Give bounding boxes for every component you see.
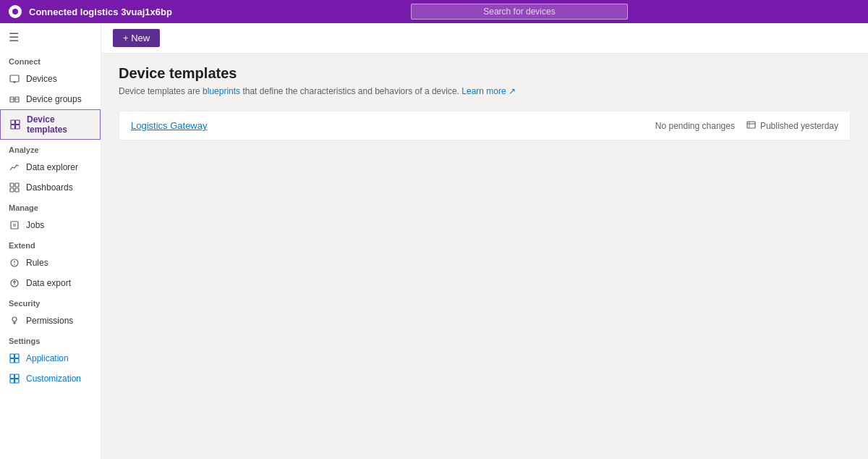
page-title: Device templates bbox=[119, 65, 851, 82]
section-security: Security bbox=[0, 293, 101, 311]
templates-icon bbox=[9, 119, 21, 130]
svg-point-22 bbox=[12, 317, 17, 321]
hamburger-menu[interactable]: ☰ bbox=[0, 23, 101, 51]
sidebar-item-label: Rules bbox=[26, 258, 48, 268]
section-analyze: Analyze bbox=[0, 140, 101, 157]
search-area bbox=[179, 4, 859, 20]
main-layout: ☰ Connect Devices Device groups bbox=[0, 23, 868, 459]
sidebar-item-label: Application bbox=[26, 353, 69, 363]
template-row: Logistics Gateway No pending changes Pub… bbox=[119, 111, 851, 140]
sidebar-item-application[interactable]: Application bbox=[0, 348, 101, 369]
svg-rect-6 bbox=[11, 120, 15, 125]
svg-rect-32 bbox=[15, 379, 20, 384]
page-description: Device templates are blueprints that def… bbox=[119, 86, 851, 96]
chart-icon bbox=[9, 161, 20, 173]
device-icon bbox=[9, 73, 20, 85]
sidebar-item-permissions[interactable]: Permissions bbox=[0, 311, 101, 331]
description-pre: Device templates are bbox=[119, 86, 203, 96]
svg-point-19 bbox=[14, 264, 15, 265]
sidebar-item-data-explorer[interactable]: Data explorer bbox=[0, 157, 101, 177]
app-logo bbox=[9, 5, 22, 18]
sidebar-item-dashboards[interactable]: Dashboards bbox=[0, 177, 101, 198]
description-mid: that define the characteristics and beha… bbox=[240, 86, 461, 96]
sidebar-item-rules[interactable]: Rules bbox=[0, 253, 101, 273]
svg-rect-13 bbox=[15, 188, 19, 192]
svg-rect-10 bbox=[10, 183, 14, 187]
sidebar: ☰ Connect Devices Device groups bbox=[0, 23, 101, 459]
sidebar-item-jobs[interactable]: Jobs bbox=[0, 215, 101, 235]
blueprints-link[interactable]: blueprints bbox=[203, 86, 240, 96]
sidebar-item-label: Jobs bbox=[26, 220, 44, 230]
sidebar-item-label: Permissions bbox=[26, 316, 73, 326]
sidebar-item-device-templates[interactable]: Device templates bbox=[0, 109, 101, 140]
svg-rect-9 bbox=[16, 125, 20, 130]
sidebar-item-device-groups[interactable]: Device groups bbox=[0, 89, 101, 109]
svg-rect-7 bbox=[16, 120, 20, 125]
svg-rect-4 bbox=[15, 97, 19, 102]
svg-rect-11 bbox=[15, 183, 19, 187]
sidebar-item-label: Device groups bbox=[26, 94, 82, 104]
app-title: Connected logistics 3vuaj1x6bp bbox=[29, 7, 172, 17]
top-navigation: Connected logistics 3vuaj1x6bp bbox=[0, 0, 868, 23]
section-manage: Manage bbox=[0, 198, 101, 215]
svg-rect-25 bbox=[10, 354, 14, 358]
search-input[interactable] bbox=[411, 4, 628, 20]
svg-rect-27 bbox=[10, 359, 14, 363]
permissions-icon bbox=[9, 315, 20, 327]
svg-rect-28 bbox=[15, 359, 20, 363]
sidebar-item-data-export[interactable]: Data export bbox=[0, 273, 101, 293]
sidebar-item-label: Data export bbox=[26, 278, 71, 288]
learn-more-link[interactable]: Learn more ↗ bbox=[461, 86, 516, 96]
svg-rect-26 bbox=[15, 354, 20, 358]
sidebar-item-label: Data explorer bbox=[26, 162, 78, 172]
section-extend: Extend bbox=[0, 235, 101, 253]
section-settings: Settings bbox=[0, 331, 101, 348]
rules-icon bbox=[9, 257, 20, 269]
svg-rect-29 bbox=[10, 374, 14, 379]
svg-rect-30 bbox=[15, 374, 20, 379]
sidebar-item-devices[interactable]: Devices bbox=[0, 69, 101, 89]
svg-rect-8 bbox=[11, 125, 15, 130]
template-status: No pending changes bbox=[655, 121, 735, 131]
dashboard-icon bbox=[9, 182, 20, 193]
export-icon bbox=[9, 277, 20, 289]
toolbar: + New bbox=[101, 23, 868, 54]
svg-rect-0 bbox=[10, 75, 19, 82]
new-button[interactable]: + New bbox=[113, 29, 160, 47]
template-name[interactable]: Logistics Gateway bbox=[131, 120, 644, 131]
svg-rect-12 bbox=[10, 188, 14, 192]
svg-rect-33 bbox=[747, 122, 755, 128]
section-connect: Connect bbox=[0, 51, 101, 69]
jobs-icon bbox=[9, 219, 20, 231]
template-published-info: Published yesterday bbox=[746, 121, 838, 131]
app-settings-icon bbox=[9, 353, 20, 364]
published-icon bbox=[746, 121, 757, 131]
sidebar-item-label: Devices bbox=[26, 74, 57, 84]
content-area: Device templates Device templates are bl… bbox=[101, 54, 868, 459]
svg-rect-31 bbox=[10, 379, 14, 384]
sidebar-item-label: Dashboards bbox=[26, 182, 73, 193]
groups-icon bbox=[9, 93, 20, 105]
svg-rect-14 bbox=[11, 222, 18, 229]
sidebar-item-customization[interactable]: Customization bbox=[0, 369, 101, 389]
published-date: Published yesterday bbox=[760, 121, 838, 131]
customization-icon bbox=[9, 373, 20, 384]
sidebar-item-label: Customization bbox=[26, 374, 81, 384]
svg-rect-3 bbox=[10, 97, 14, 102]
sidebar-item-label: Device templates bbox=[27, 114, 91, 135]
